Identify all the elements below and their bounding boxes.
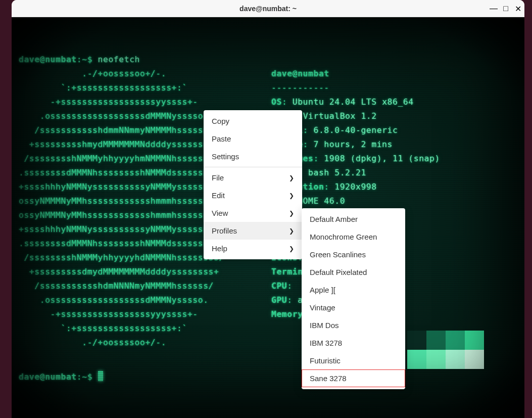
chevron-right-icon: ❯ [289, 227, 294, 235]
profiles-submenu[interactable]: Default AmberMonochrome GreenGreen Scanl… [302, 208, 405, 389]
chevron-right-icon: ❯ [289, 174, 294, 181]
profile-item-label: IBM 3278 [310, 339, 342, 347]
maximize-icon: □ [503, 4, 508, 13]
profile-item-sane-3278[interactable]: Sane 3278 [302, 369, 405, 387]
color-swatches [407, 331, 484, 369]
color-swatch [407, 331, 426, 350]
color-swatch [446, 350, 465, 369]
chevron-right-icon: ❯ [289, 245, 294, 252]
profile-item-ibm-3278[interactable]: IBM 3278 [302, 334, 405, 352]
profile-item-label: IBM Dos [310, 321, 339, 330]
maximize-button[interactable]: □ [502, 5, 509, 12]
profile-item-ibm-dos[interactable]: IBM Dos [302, 316, 405, 334]
profile-item-label: Default Amber [310, 215, 358, 223]
color-swatch [465, 331, 484, 350]
menu-item-settings[interactable]: Settings [204, 148, 302, 165]
context-menu[interactable]: CopyPasteSettingsFile❯Edit❯View❯Profiles… [204, 110, 302, 259]
color-swatch [465, 350, 484, 369]
profile-item-label: Sane 3278 [310, 374, 347, 383]
color-swatch [426, 350, 446, 369]
color-swatch [426, 331, 446, 350]
profile-item-vintage[interactable]: Vintage [302, 299, 405, 316]
profile-item-label: Green Scanlines [310, 250, 366, 259]
close-icon: ✕ [515, 4, 521, 14]
menu-item-label: File [212, 173, 224, 182]
menu-item-help[interactable]: Help❯ [204, 240, 302, 257]
menu-item-label: Profiles [212, 226, 237, 235]
menu-item-edit[interactable]: Edit❯ [204, 187, 302, 204]
window-controls: — □ ✕ [490, 0, 521, 17]
profile-item-green-scanlines[interactable]: Green Scanlines [302, 246, 405, 263]
menu-item-copy[interactable]: Copy [204, 112, 302, 130]
chevron-right-icon: ❯ [289, 210, 294, 217]
color-swatch [407, 350, 426, 369]
menu-separator [204, 167, 302, 167]
menu-item-label: Copy [212, 117, 229, 125]
menu-item-label: Paste [212, 134, 231, 143]
profile-item-default-amber[interactable]: Default Amber [302, 210, 405, 228]
close-button[interactable]: ✕ [514, 5, 521, 12]
menu-item-label: View [212, 209, 228, 217]
menu-item-label: Help [212, 244, 227, 253]
menu-item-view[interactable]: View❯ [204, 204, 302, 222]
color-swatch [446, 331, 465, 350]
minimize-button[interactable]: — [490, 5, 497, 12]
chevron-right-icon: ❯ [289, 192, 294, 199]
profile-item-label: Vintage [310, 303, 335, 312]
profile-item-futuristic[interactable]: Futuristic [302, 352, 405, 369]
menu-item-label: Edit [212, 191, 225, 200]
profile-item-label: Apple ][ [310, 286, 335, 294]
menu-item-file[interactable]: File❯ [204, 169, 302, 187]
profile-item-monochrome-green[interactable]: Monochrome Green [302, 228, 405, 246]
minimize-icon: — [490, 4, 498, 13]
profile-item-default-pixelated[interactable]: Default Pixelated [302, 263, 405, 281]
window-title: dave@numbat: ~ [12, 5, 524, 13]
profile-item-label: Default Pixelated [310, 268, 367, 276]
menu-item-profiles[interactable]: Profiles❯ [204, 222, 302, 240]
cursor [98, 371, 103, 381]
profile-item-apple-[interactable]: Apple ][ [302, 281, 405, 299]
menu-item-paste[interactable]: Paste [204, 130, 302, 148]
titlebar: dave@numbat: ~ — □ ✕ [12, 0, 524, 17]
profile-item-label: Monochrome Green [310, 233, 377, 241]
menu-item-label: Settings [212, 152, 239, 161]
profile-item-label: Futuristic [310, 356, 341, 365]
